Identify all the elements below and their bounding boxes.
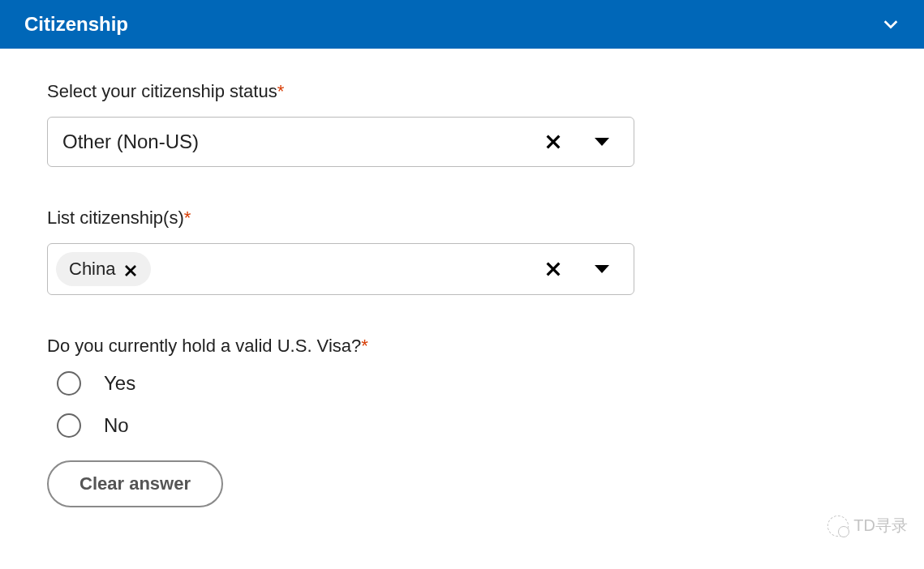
select-controls [544,260,619,278]
field-citizenship-status: Select your citizenship status* Other (N… [47,81,877,167]
radio-icon [57,413,81,438]
visa-radio-group: Yes No [57,371,877,438]
label-text: Select your citizenship status [47,81,277,101]
caret-down-icon[interactable] [595,265,609,273]
section-title: Citizenship [24,13,128,36]
required-asterisk: * [361,336,368,356]
chip-china: China [56,252,151,286]
chevron-down-icon[interactable] [882,15,900,33]
radio-label-no: No [104,414,129,437]
clear-icon[interactable] [544,260,562,278]
chip-label: China [69,259,115,280]
clear-answer-button[interactable]: Clear answer [47,460,223,507]
label-text: List citizenship(s) [47,207,184,228]
radio-icon [57,371,81,396]
section-header-citizenship[interactable]: Citizenship [0,0,924,49]
watermark-text: TD寻录 [853,515,908,537]
radio-option-yes[interactable]: Yes [57,371,877,396]
chip-remove-icon[interactable] [123,262,138,276]
select-controls [544,133,619,151]
radio-label-yes: Yes [104,372,135,395]
watermark: TD寻录 [827,515,908,537]
select-value: Other (Non-US) [62,130,199,153]
label-text: Do you currently hold a valid U.S. Visa? [47,336,361,356]
required-asterisk: * [277,81,285,101]
citizenship-status-label: Select your citizenship status* [47,81,877,102]
clear-icon[interactable] [544,133,562,151]
field-visa-question: Do you currently hold a valid U.S. Visa?… [47,336,877,507]
visa-question-label: Do you currently hold a valid U.S. Visa?… [47,336,877,357]
caret-down-icon[interactable] [595,138,609,146]
list-citizenships-label: List citizenship(s)* [47,207,877,229]
watermark-icon [827,516,849,537]
radio-option-no[interactable]: No [57,413,877,438]
required-asterisk: * [184,207,191,228]
list-citizenships-select[interactable]: China [47,243,634,295]
field-list-citizenships: List citizenship(s)* China [47,207,877,295]
citizenship-status-select[interactable]: Other (Non-US) [47,117,634,167]
form-content: Select your citizenship status* Other (N… [0,49,924,540]
